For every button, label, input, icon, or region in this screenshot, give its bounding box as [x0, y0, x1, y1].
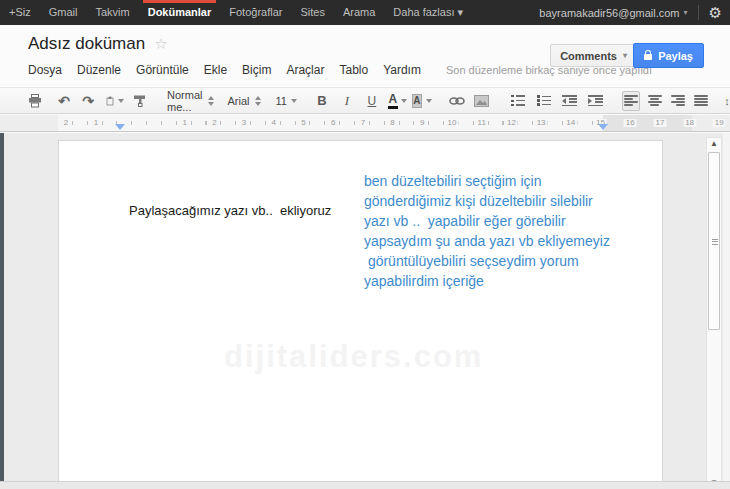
right-indent-marker[interactable]: [598, 124, 608, 130]
italic-icon: I: [345, 93, 349, 109]
ruler-number: 4: [270, 119, 278, 127]
ruler-number: 18: [683, 119, 696, 127]
print-button[interactable]: [26, 91, 44, 111]
menu-item[interactable]: Ekle: [204, 63, 227, 77]
blue-text[interactable]: ben düzeltebiliri seçtiğim içingönderdiğ…: [364, 171, 610, 291]
justify-icon: [694, 95, 708, 106]
align-left-icon: [624, 95, 638, 106]
topbar-divider: [698, 5, 699, 20]
decrease-indent-icon: [562, 95, 577, 106]
topbar-link[interactable]: Sites: [291, 0, 333, 25]
font-size-dropdown[interactable]: 11: [275, 91, 296, 111]
topbar-link[interactable]: Arama: [334, 0, 384, 25]
increase-indent-button[interactable]: [587, 91, 605, 111]
text-color-button[interactable]: A: [389, 91, 407, 111]
link-icon: [449, 96, 465, 106]
watermark: dijitaliders.com: [224, 339, 483, 375]
ruler-number: 19: [713, 119, 726, 127]
google-bar-right: bayramakadir56@gmail.com ▾ ⚙: [539, 0, 722, 25]
account-caret-icon: ▾: [684, 8, 688, 17]
image-icon: [474, 95, 489, 107]
topbar-link[interactable]: Gmail: [40, 0, 87, 25]
menu-item[interactable]: Yardım: [383, 63, 421, 77]
web-clipboard-button[interactable]: [106, 91, 124, 111]
numbered-list-icon: [511, 95, 525, 106]
highlight-color-button[interactable]: A: [413, 91, 431, 111]
text-color-icon: A: [389, 92, 398, 109]
bold-icon: B: [317, 93, 326, 108]
blue-text-line: görüntülüyebiliri seçseydim yorum: [364, 251, 610, 271]
numbered-list-button[interactable]: [509, 91, 527, 111]
google-bar-links: +SizGmailTakvimDokümanlarFotoğraflarSite…: [0, 0, 472, 25]
lock-icon: [644, 54, 652, 60]
google-bar: +SizGmailTakvimDokümanlarFotoğraflarSite…: [0, 0, 730, 25]
document-page[interactable]: dijitaliders.com Paylaşacağımız yazı vb.…: [58, 140, 663, 489]
menu-item[interactable]: Görüntüle: [136, 63, 189, 77]
document-title[interactable]: Adsız doküman: [28, 34, 145, 54]
paint-format-button[interactable]: [131, 91, 149, 111]
redo-button[interactable]: ↷: [79, 91, 97, 111]
blue-text-line: gönderdiğimiz kişi düzeltebilir silebili…: [364, 191, 610, 211]
scrollbar-thumb[interactable]: [708, 152, 720, 330]
document-header: Adsız doküman ☆ DosyaDüzenleGörüntüleEkl…: [0, 25, 730, 87]
menu-items: DosyaDüzenleGörüntüleEkleBiçimAraçlarTab…: [28, 63, 436, 77]
italic-button[interactable]: I: [338, 91, 356, 111]
line-spacing-arrow-icon: ↕: [724, 95, 730, 107]
insert-image-button[interactable]: [473, 91, 491, 111]
ruler-number: 8: [388, 119, 396, 127]
comments-label: Comments: [560, 50, 617, 62]
align-center-button[interactable]: [646, 91, 664, 111]
menu-item[interactable]: Tablo: [339, 63, 368, 77]
bullet-list-button[interactable]: [535, 91, 553, 111]
share-button[interactable]: Paylaş: [633, 43, 704, 68]
topbar-link[interactable]: Takvim: [86, 0, 138, 25]
window-left-edge: [0, 133, 4, 489]
ruler-number: 1: [180, 119, 188, 127]
gear-icon[interactable]: ⚙: [709, 4, 722, 22]
google-docs-window: +SizGmailTakvimDokümanlarFotoğraflarSite…: [0, 0, 730, 489]
decrease-indent-button[interactable]: [561, 91, 579, 111]
align-left-button[interactable]: [622, 91, 640, 111]
align-right-icon: [671, 95, 685, 106]
scroll-up-icon[interactable]: ▲: [709, 140, 719, 148]
share-label: Paylaş: [658, 50, 693, 62]
left-indent-marker[interactable]: [115, 124, 125, 130]
menu-item[interactable]: Dosya: [28, 63, 62, 77]
text-color-caret-icon: [401, 99, 407, 103]
star-icon[interactable]: ☆: [154, 35, 167, 53]
ruler-number: 7: [359, 119, 367, 127]
topbar-link[interactable]: Fotoğraflar: [220, 0, 291, 25]
right-gutter: [723, 133, 730, 489]
document-paragraph[interactable]: Paylaşacağımız yazı vb.. ekliyoruz: [129, 203, 331, 218]
ruler-track: 21 12345678910111213141516171819: [58, 115, 692, 131]
topbar-link[interactable]: Daha fazlası ▾: [384, 0, 472, 25]
font-size-value: 11: [275, 95, 286, 107]
print-icon: [28, 94, 42, 108]
menu-item[interactable]: Düzenle: [77, 63, 121, 77]
paragraph-style-dropdown[interactable]: Normal me...: [167, 91, 214, 111]
bottom-strip: [0, 481, 730, 489]
edit-toolbar: ↶ ↷ Normal me... Arial: [0, 87, 730, 114]
menu-item[interactable]: Biçim: [242, 63, 271, 77]
document-area: dijitaliders.com Paylaşacağımız yazı vb.…: [0, 133, 730, 489]
menu-item[interactable]: Araçlar: [286, 63, 324, 77]
font-dropdown[interactable]: Arial: [227, 91, 261, 111]
ruler-number: 12: [505, 119, 518, 127]
paint-format-icon: [133, 94, 147, 107]
account-email[interactable]: bayramakadir56@gmail.com: [539, 7, 679, 19]
ruler-number: 17: [653, 119, 666, 127]
highlight-caret-icon: [426, 99, 432, 103]
vertical-scrollbar[interactable]: ▲ ▼: [706, 137, 722, 489]
undo-button[interactable]: ↶: [55, 91, 73, 111]
underline-button[interactable]: U: [363, 91, 381, 111]
align-right-button[interactable]: [669, 91, 687, 111]
align-center-icon: [648, 95, 662, 106]
justify-button[interactable]: [692, 91, 710, 111]
ruler-number: 2: [62, 119, 70, 127]
ruler-number: 6: [329, 119, 337, 127]
insert-link-button[interactable]: [448, 91, 466, 111]
topbar-link[interactable]: +Siz: [0, 0, 40, 25]
topbar-link[interactable]: Dokümanlar: [139, 0, 221, 25]
bold-button[interactable]: B: [313, 91, 331, 111]
comments-button[interactable]: Comments ▾: [550, 44, 637, 67]
